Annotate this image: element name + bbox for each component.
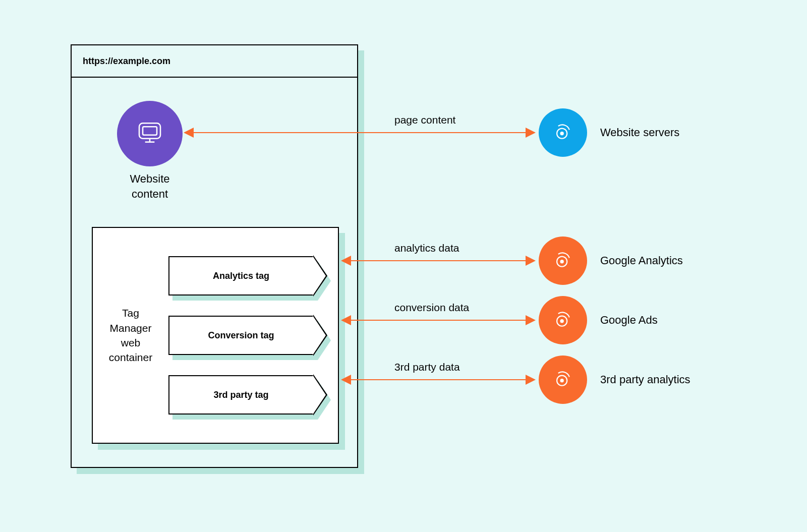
- website-content-node: [117, 101, 183, 166]
- tag-label: 3rd party tag: [213, 390, 268, 400]
- endpoint-circle: [539, 296, 587, 344]
- svg-point-11: [560, 260, 564, 263]
- endpoint-circle: [539, 356, 587, 404]
- svg-point-13: [560, 319, 564, 323]
- connector-label-analytics: analytics data: [394, 242, 459, 254]
- connector-label-3rdparty: 3rd party data: [394, 361, 460, 373]
- tag-arrow-shape: 3rd party tag: [168, 375, 314, 415]
- tag-label: Analytics tag: [213, 271, 269, 281]
- tag-manager-label: Tag Manager web container: [93, 306, 168, 365]
- tag-item-3rdparty: 3rd party tag: [168, 375, 324, 415]
- connector-label-conversion: conversion data: [394, 302, 469, 314]
- svg-point-15: [560, 379, 564, 382]
- server-glyph-icon: [552, 249, 574, 273]
- server-glyph-icon: [552, 368, 574, 392]
- tag-list: Analytics tag Conversion tag 3rd party t…: [168, 242, 338, 429]
- endpoint-label: Google Ads: [600, 314, 658, 327]
- tag-manager-container: Tag Manager web container Analytics tag …: [92, 227, 339, 444]
- tag-arrow-shape: Analytics tag: [168, 256, 314, 295]
- connector-label-page-content: page content: [394, 114, 455, 126]
- browser-frame: https://example.com Website content Tag …: [71, 44, 358, 468]
- endpoint-circle: [539, 237, 587, 285]
- browser-url: https://example.com: [83, 56, 170, 67]
- website-content-label: Website content: [117, 171, 183, 201]
- browser-address-bar: https://example.com: [72, 45, 357, 78]
- svg-rect-1: [143, 127, 157, 135]
- svg-point-9: [560, 132, 564, 135]
- endpoint-google-analytics: Google Analytics: [539, 237, 683, 285]
- server-glyph-icon: [552, 308, 574, 332]
- tag-item-conversion: Conversion tag: [168, 316, 324, 355]
- server-glyph-icon: [552, 121, 574, 145]
- endpoint-3rd-party-analytics: 3rd party analytics: [539, 356, 690, 404]
- tag-arrow-shape: Conversion tag: [168, 316, 314, 355]
- endpoint-website-servers: Website servers: [539, 108, 679, 157]
- endpoint-label: 3rd party analytics: [600, 373, 690, 386]
- endpoint-circle: [539, 108, 587, 157]
- tag-item-analytics: Analytics tag: [168, 256, 324, 295]
- tag-label: Conversion tag: [208, 330, 274, 341]
- diagram-canvas: https://example.com Website content Tag …: [0, 0, 807, 532]
- endpoint-label: Website servers: [600, 126, 679, 139]
- endpoint-label: Google Analytics: [600, 254, 683, 267]
- endpoint-google-ads: Google Ads: [539, 296, 658, 344]
- monitor-icon: [136, 119, 164, 149]
